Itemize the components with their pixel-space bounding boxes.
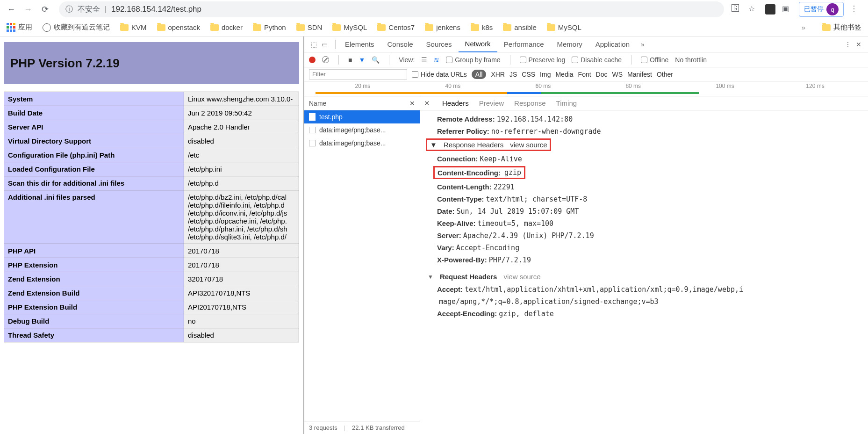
tab-performance[interactable]: Performance (497, 36, 551, 52)
detail-tab-preview[interactable]: Preview (479, 99, 504, 107)
close-detail-icon[interactable]: ✕ (409, 100, 415, 107)
camera-icon[interactable]: ■ (348, 56, 352, 64)
filter-input[interactable] (309, 69, 407, 80)
folder-icon (296, 24, 305, 31)
reload-button[interactable]: ⟳ (38, 3, 51, 16)
detail-tabs: ✕ HeadersPreviewResponseTiming (420, 96, 868, 110)
view-source-link[interactable]: view source (510, 141, 547, 149)
network-toolbar: ■ ▼ 🔍 View: ☰ ≋ Group by frame Preserve … (304, 52, 868, 67)
filter-type-img[interactable]: Img (540, 71, 551, 78)
detail-tab-timing[interactable]: Timing (556, 99, 577, 107)
filter-type-all[interactable]: All (472, 70, 487, 79)
tab-application[interactable]: Application (589, 36, 636, 52)
main-area: PHP Version 7.2.19 SystemLinux www.sheng… (0, 36, 868, 434)
filter-type-xhr[interactable]: XHR (491, 71, 505, 78)
table-row: Zend Extension BuildAPI320170718,NTS (4, 286, 299, 300)
clear-button[interactable] (322, 56, 329, 63)
content-encoding-highlight: Content-Encoding: gzip (433, 166, 525, 179)
bookmark-folder[interactable]: Python (253, 23, 286, 31)
detail-tab-response[interactable]: Response (514, 99, 546, 107)
back-button[interactable]: ← (5, 3, 18, 16)
view-source-link[interactable]: view source (503, 273, 540, 281)
extension-icon[interactable] (765, 4, 775, 14)
request-list: Name ✕ test.phpdata:image/png;base...dat… (304, 96, 420, 434)
filter-type-css[interactable]: CSS (522, 71, 535, 78)
timeline-tick: 100 ms (716, 83, 734, 89)
other-bookmarks[interactable]: 其他书签 (822, 23, 861, 32)
hide-data-urls-checkbox[interactable]: Hide data URLs (412, 71, 467, 78)
devtools-tabs: ⬚ ▭ ElementsConsoleSourcesNetworkPerform… (304, 36, 868, 52)
bookmark-folder[interactable]: KVM (120, 23, 147, 31)
apps-button[interactable]: 应用 (7, 23, 32, 32)
detail-tab-headers[interactable]: Headers (442, 99, 469, 107)
bookmark-folder[interactable]: openstack (157, 23, 200, 31)
chevron-down-icon[interactable]: ▼ (430, 141, 437, 149)
php-banner: PHP Version 7.2.19 (4, 42, 299, 84)
throttle-dropdown[interactable]: No throttlin (675, 56, 707, 64)
disable-cache-checkbox[interactable]: Disable cache (572, 56, 622, 64)
folder-icon (210, 24, 219, 31)
devtools-menu-icon[interactable]: ⋮ (845, 41, 851, 48)
device-icon[interactable]: ▭ (322, 41, 328, 48)
bookmark-folder[interactable]: ansible (503, 23, 537, 31)
table-row: SystemLinux www.shengzhe.com 3.10.0- (4, 92, 299, 106)
bookmark-youdao[interactable]: 收藏到有道云笔记 (43, 23, 110, 32)
devtools-close-icon[interactable]: ✕ (856, 41, 861, 48)
timeline-tick: 60 ms (535, 83, 551, 89)
table-row: Build DateJun 2 2019 09:50:42 (4, 106, 299, 120)
table-row: Additional .ini files parsed/etc/php.d/b… (4, 190, 299, 244)
response-headers-highlight: ▼ Response Headers view source (426, 138, 551, 151)
group-by-frame-checkbox[interactable]: Group by frame (446, 56, 500, 64)
offline-checkbox[interactable]: Offline (641, 56, 668, 64)
menu-icon[interactable]: ⋮ (850, 4, 861, 14)
phpinfo-table: SystemLinux www.shengzhe.com 3.10.0-Buil… (4, 92, 299, 342)
filter-type-doc[interactable]: Doc (596, 71, 608, 78)
list-view-icon[interactable]: ☰ (421, 56, 427, 64)
tabs-overflow-icon[interactable]: » (636, 41, 649, 48)
inspect-icon[interactable]: ⬚ (311, 41, 317, 48)
forward-button[interactable]: → (22, 3, 35, 16)
bookmarks-overflow[interactable]: » (802, 23, 805, 31)
bookmark-folder[interactable]: jenkens (425, 23, 460, 31)
folder-icon (503, 24, 511, 31)
tab-network[interactable]: Network (459, 36, 497, 52)
request-item[interactable]: test.php (304, 110, 420, 123)
timeline-tick: 20 ms (355, 83, 371, 89)
search-icon[interactable]: 🔍 (372, 56, 380, 64)
network-timeline[interactable]: 20 ms40 ms60 ms80 ms100 ms120 ms (304, 81, 868, 96)
filter-type-font[interactable]: Font (578, 71, 591, 78)
tab-elements[interactable]: Elements (338, 36, 381, 52)
bookmark-folder[interactable]: MySQL (547, 23, 581, 31)
request-item[interactable]: data:image/png;base... (304, 123, 420, 137)
folder-icon (377, 24, 386, 31)
request-item[interactable]: data:image/png;base... (304, 137, 420, 150)
filter-type-other[interactable]: Other (657, 71, 673, 78)
folder-icon (157, 24, 165, 31)
filter-type-media[interactable]: Media (555, 71, 573, 78)
extension2-icon[interactable]: ▣ (782, 4, 792, 14)
network-filter-bar: Hide data URLs AllXHRJSCSSImgMediaFontDo… (304, 67, 868, 81)
tab-memory[interactable]: Memory (551, 36, 589, 52)
filter-type-manifest[interactable]: Manifest (627, 71, 652, 78)
bookmark-folder[interactable]: docker (210, 23, 243, 31)
star-icon[interactable]: ☆ (748, 4, 759, 14)
bookmark-folder[interactable]: SDN (296, 23, 323, 31)
filter-type-ws[interactable]: WS (612, 71, 623, 78)
image-icon (309, 127, 316, 133)
detail-close-icon[interactable]: ✕ (424, 99, 433, 108)
headers-panel: Remote Address:192.168.154.142:80 Referr… (420, 110, 868, 434)
filter-icon[interactable]: ▼ (359, 56, 365, 64)
address-bar[interactable]: ⓘ 不安全 | 192.168.154.142/test.php (59, 1, 724, 17)
bookmark-folder[interactable]: MySQL (332, 23, 367, 31)
request-headers-section[interactable]: ▼ Request Headers view source (428, 270, 868, 283)
record-button[interactable] (309, 57, 316, 63)
translate-icon[interactable]: 🄶 (732, 4, 742, 14)
paused-badge[interactable]: 已暂停q (799, 2, 844, 17)
bookmark-folder[interactable]: Centos7 (377, 23, 415, 31)
preserve-log-checkbox[interactable]: Preserve log (520, 56, 566, 64)
tab-console[interactable]: Console (381, 36, 420, 52)
bookmark-folder[interactable]: k8s (471, 23, 493, 31)
filter-type-js[interactable]: JS (509, 71, 517, 78)
tab-sources[interactable]: Sources (420, 36, 459, 52)
waterfall-view-icon[interactable]: ≋ (434, 56, 439, 64)
